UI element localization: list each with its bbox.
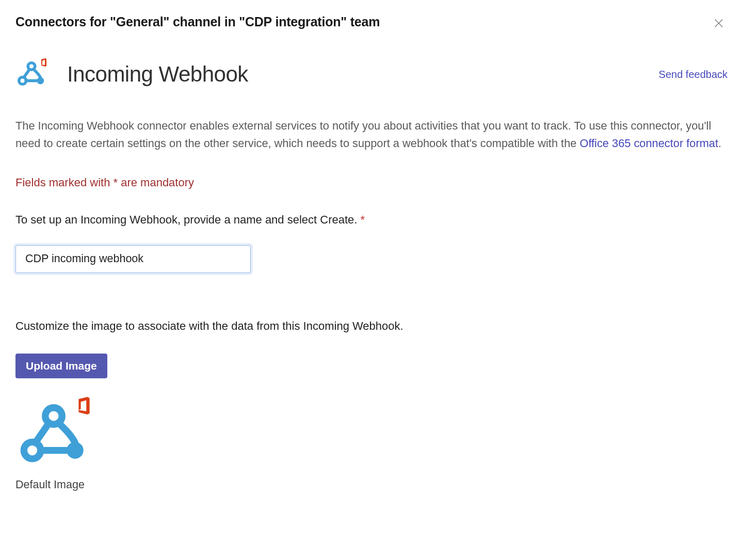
connector-description: The Incoming Webhook connector enables e… [15,117,728,152]
office-badge-icon [40,58,47,69]
mandatory-fields-notice: Fields marked with * are mandatory [15,176,728,189]
close-button[interactable] [710,14,728,34]
description-text-2: . [718,137,721,150]
app-title: Incoming Webhook [67,62,248,87]
setup-instruction: To set up an Incoming Webhook, provide a… [15,213,728,227]
connector-format-link[interactable]: Office 365 connector format [579,137,718,150]
send-feedback-link[interactable]: Send feedback [659,69,728,81]
office-badge-icon [76,397,92,417]
close-icon [713,18,724,30]
instruction-text: To set up an Incoming Webhook, provide a… [15,213,361,226]
webhook-icon [15,58,47,90]
default-webhook-image [15,397,92,473]
customize-image-text: Customize the image to associate with th… [15,319,728,333]
upload-image-button[interactable]: Upload Image [15,354,107,378]
required-asterisk: * [361,213,365,226]
dialog-title: Connectors for "General" channel in "CDP… [15,14,380,29]
webhook-name-input[interactable] [15,245,251,273]
default-image-label: Default Image [15,478,728,491]
